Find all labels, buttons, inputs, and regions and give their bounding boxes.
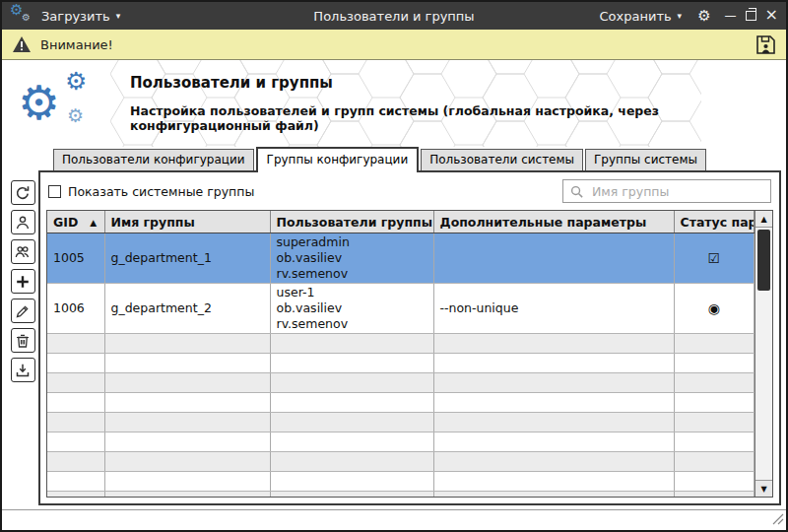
titlebar: ⚙ ⚙ Загрузить ▾ Пользователи и группы Со… xyxy=(2,2,786,30)
column-header-users[interactable]: Пользователи группы xyxy=(270,211,433,233)
pencil-icon xyxy=(15,303,31,319)
group-user: user-1 xyxy=(277,285,427,300)
page-subtitle: Настройка пользователей и групп системы … xyxy=(130,103,786,133)
vertical-scrollbar[interactable]: ▲ ▼ xyxy=(755,211,772,497)
settings-gear-icon[interactable]: ⚙ xyxy=(697,9,710,24)
group-user: rv.semenov xyxy=(277,266,427,282)
scroll-down-button[interactable]: ▼ xyxy=(755,480,772,497)
add-button[interactable] xyxy=(11,269,35,294)
tab-system-groups[interactable]: Группы системы xyxy=(585,149,706,170)
save-menu-button[interactable]: Сохранить ▾ xyxy=(595,7,686,26)
app-window: ⚙ ⚙ Загрузить ▾ Пользователи и группы Со… xyxy=(0,0,788,532)
gid-cell: 1005 xyxy=(47,233,104,284)
extra-params-cell: --non-unique xyxy=(433,284,674,334)
group-name-cell: g_department_2 xyxy=(104,284,270,334)
empty-row xyxy=(47,472,755,492)
app-gears-icon: ⚙ ⚙ xyxy=(10,4,35,28)
warning-label: Внимание! xyxy=(40,37,113,52)
empty-row xyxy=(47,393,755,413)
panel-controls: Показать системные группы xyxy=(46,176,773,210)
empty-row xyxy=(47,413,755,432)
column-header-params[interactable]: Дополнительные параметры xyxy=(433,211,674,233)
warning-triangle-icon xyxy=(12,35,32,53)
group-row-1006[interactable]: 1006g_department_2user-1ob.vasilievrv.se… xyxy=(47,284,755,334)
group-user: superadmin xyxy=(277,234,427,250)
empty-row xyxy=(47,432,755,452)
user-button[interactable] xyxy=(11,210,35,234)
page-header: ⚙ ⚙ ⚙ Пользователи и группы Настройка по… xyxy=(2,60,786,147)
tab-config-groups[interactable]: Группы конфигурации xyxy=(256,147,420,172)
group-user: rv.semenov xyxy=(277,316,427,332)
empty-row xyxy=(47,354,755,373)
user-icon xyxy=(15,215,31,231)
sort-asc-icon: ▲ xyxy=(90,218,97,228)
tab-system-users[interactable]: Пользователи системы xyxy=(421,149,583,170)
group-row-1005[interactable]: 1005g_department_1superadminob.vasilievr… xyxy=(47,233,755,284)
group-button[interactable] xyxy=(11,239,35,264)
scrollbar-thumb[interactable] xyxy=(757,230,770,291)
resize-grip-icon[interactable] xyxy=(772,510,784,529)
search-input[interactable] xyxy=(590,183,764,200)
show-system-groups-checkbox[interactable]: Показать системные группы xyxy=(48,184,254,199)
column-header-password-status[interactable]: Статус пароля xyxy=(674,211,755,233)
groups-table: GID▲Имя группыПользователи группыДополни… xyxy=(47,211,755,497)
table-header-row: GID▲Имя группыПользователи группыДополни… xyxy=(47,211,755,233)
users-groups-gears-icon: ⚙ ⚙ ⚙ xyxy=(18,67,102,140)
empty-row xyxy=(47,373,755,393)
empty-row xyxy=(47,334,755,354)
refresh-button[interactable] xyxy=(11,180,35,205)
group-users-cell: superadminob.vasilievrv.semenov xyxy=(270,233,433,284)
import-button[interactable] xyxy=(11,358,35,382)
empty-row xyxy=(47,452,755,472)
chevron-down-icon: ▾ xyxy=(116,12,121,21)
empty-row xyxy=(47,492,755,498)
group-name-cell: g_department_1 xyxy=(104,233,270,284)
load-menu-label: Загрузить xyxy=(41,9,110,24)
checkbox-label: Показать системные группы xyxy=(68,184,254,199)
checkbox-box-icon xyxy=(48,185,61,198)
window-buttons: — × xyxy=(725,9,778,23)
group-users-cell: user-1ob.vasilievrv.semenov xyxy=(270,284,433,334)
group-user: ob.vasiliev xyxy=(277,300,427,316)
floppy-user-icon xyxy=(755,34,776,55)
trash-icon xyxy=(15,333,31,349)
tabs: Пользователи конфигурацииГруппы конфигур… xyxy=(2,147,786,172)
column-header-name[interactable]: Имя группы xyxy=(104,211,270,233)
close-button[interactable]: × xyxy=(765,7,778,23)
maximize-button[interactable] xyxy=(746,11,756,21)
main-area: Показать системные группы GID▲Имя групп xyxy=(2,170,786,509)
tab-config-users[interactable]: Пользователи конфигурации xyxy=(53,149,254,170)
search-icon xyxy=(569,184,584,199)
save-menu-label: Сохранить xyxy=(599,9,671,24)
groups-panel: Показать системные группы GID▲Имя групп xyxy=(38,170,781,505)
password-status-cell: ☑ xyxy=(674,233,755,284)
extra-params-cell xyxy=(433,233,674,284)
plus-icon xyxy=(15,274,31,290)
minimize-button[interactable]: — xyxy=(725,10,737,22)
users-group-icon xyxy=(15,244,31,260)
password-status-cell: ◉ xyxy=(674,284,755,334)
refresh-icon xyxy=(15,185,31,201)
scroll-up-button[interactable]: ▲ xyxy=(755,211,772,228)
import-icon xyxy=(15,363,31,378)
table-body: 1005g_department_1superadminob.vasilievr… xyxy=(47,233,755,498)
page-title: Пользователи и группы xyxy=(130,74,786,92)
column-header-gid[interactable]: GID▲ xyxy=(47,211,104,233)
group-search-box xyxy=(562,179,771,203)
groups-table-wrap: GID▲Имя группыПользователи группыДополни… xyxy=(46,210,773,498)
side-toolbar xyxy=(7,170,38,509)
warning-bar: Внимание! xyxy=(2,30,786,60)
delete-button[interactable] xyxy=(11,328,35,353)
edit-button[interactable] xyxy=(11,299,35,323)
chevron-down-icon: ▾ xyxy=(678,12,683,21)
save-users-button[interactable] xyxy=(755,34,776,55)
gid-cell: 1006 xyxy=(47,284,104,334)
load-menu-button[interactable]: Загрузить ▾ xyxy=(37,7,124,26)
group-user: ob.vasiliev xyxy=(277,250,427,266)
status-bar xyxy=(2,509,786,530)
